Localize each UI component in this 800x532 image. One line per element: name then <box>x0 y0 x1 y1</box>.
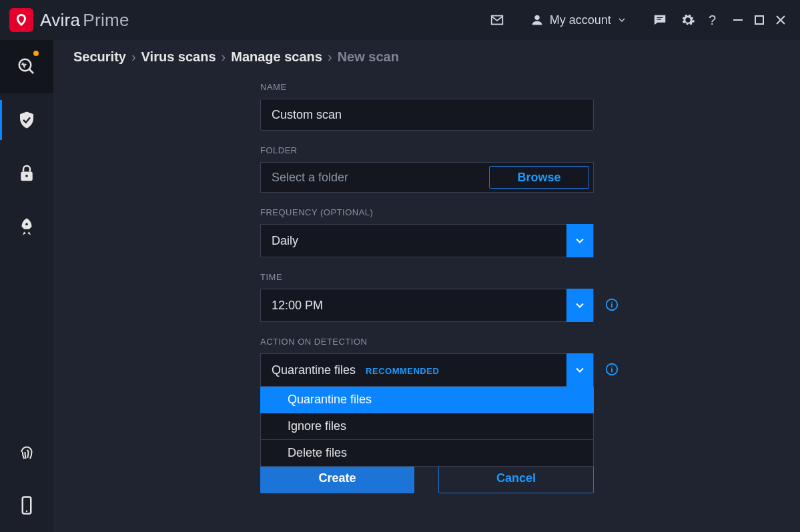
action-option-delete[interactable]: Delete files <box>260 440 594 467</box>
feedback-icon <box>653 13 667 27</box>
breadcrumb-current: New scan <box>338 49 399 65</box>
folder-input-row: Select a folder Browse <box>260 162 594 193</box>
action-select[interactable]: Quarantine files RECOMMENDED <box>260 353 594 387</box>
action-info-button[interactable] <box>605 362 619 377</box>
recommended-tag: RECOMMENDED <box>366 366 439 376</box>
chevron-down-icon <box>573 363 586 377</box>
feedback-button[interactable] <box>646 9 674 31</box>
avira-logo-icon <box>9 8 33 32</box>
browse-button[interactable]: Browse <box>489 166 589 189</box>
rocket-icon <box>17 217 37 237</box>
main-content: Security › Virus scans › Manage scans › … <box>53 40 800 532</box>
action-option-quarantine[interactable]: Quarantine files <box>260 387 594 413</box>
breadcrumb-sep: › <box>222 49 226 65</box>
sidebar-item-status[interactable] <box>0 40 53 93</box>
sidebar-item-privacy[interactable] <box>0 147 53 200</box>
shield-icon <box>17 110 37 130</box>
brand-text: AviraPrime <box>40 10 129 31</box>
breadcrumb: Security › Virus scans › Manage scans › … <box>73 49 783 65</box>
action-option-ignore[interactable]: Ignore files <box>260 413 594 440</box>
action-value: Quarantine files RECOMMENDED <box>261 363 566 377</box>
folder-placeholder: Select a folder <box>261 171 489 185</box>
chevron-down-icon <box>573 234 586 247</box>
fingerprint-icon <box>17 442 37 462</box>
action-label: ACTION ON DETECTION <box>260 337 634 347</box>
svg-point-0 <box>534 15 539 20</box>
settings-button[interactable] <box>674 9 702 31</box>
sidebar <box>0 40 53 532</box>
lock-icon <box>17 163 37 183</box>
svg-rect-1 <box>755 16 763 24</box>
time-label: TIME <box>260 272 634 282</box>
field-frequency: FREQUENCY (OPTIONAL) Daily <box>260 207 634 257</box>
name-input[interactable] <box>272 108 582 122</box>
name-input-wrapper <box>260 99 594 131</box>
time-select[interactable]: 12:00 PM <box>260 289 594 322</box>
mail-button[interactable] <box>483 9 511 31</box>
help-icon: ? <box>709 13 716 28</box>
brand-suffix: Prime <box>83 10 129 30</box>
breadcrumb-sep: › <box>328 49 332 65</box>
time-chevron[interactable] <box>566 289 593 322</box>
sidebar-item-identity[interactable] <box>0 425 53 479</box>
titlebar: AviraPrime My account ? <box>0 0 800 40</box>
minimize-button[interactable] <box>732 14 744 26</box>
gear-icon <box>681 13 695 27</box>
field-time: TIME 12:00 PM <box>260 272 634 322</box>
svg-point-7 <box>26 511 28 513</box>
sidebar-item-mobile[interactable] <box>0 479 53 532</box>
field-name: NAME <box>260 82 634 131</box>
action-value-text: Quarantine files <box>272 363 356 377</box>
field-folder: FOLDER Select a folder Browse <box>260 145 634 193</box>
account-menu[interactable]: My account <box>523 9 634 31</box>
mail-icon <box>490 13 504 27</box>
info-icon <box>605 297 619 312</box>
info-icon <box>605 362 619 377</box>
chevron-down-icon <box>573 299 586 312</box>
frequency-value: Daily <box>261 234 566 248</box>
svg-point-4 <box>25 175 28 177</box>
user-icon <box>530 13 544 27</box>
folder-label: FOLDER <box>260 145 634 155</box>
maximize-button[interactable] <box>753 14 765 26</box>
frequency-select[interactable]: Daily <box>260 224 594 257</box>
chevron-down-icon <box>617 15 627 25</box>
form-buttons: Create Cancel <box>260 463 594 493</box>
breadcrumb-security[interactable]: Security <box>73 49 126 65</box>
help-button[interactable]: ? <box>702 9 723 32</box>
magnifier-pulse-icon <box>17 57 37 77</box>
time-info-button[interactable] <box>605 297 619 312</box>
brand-block: AviraPrime <box>9 8 129 32</box>
field-action: ACTION ON DETECTION Quarantine files REC… <box>260 337 634 387</box>
status-badge-dot <box>33 51 39 56</box>
close-button[interactable] <box>775 14 787 26</box>
frequency-label: FREQUENCY (OPTIONAL) <box>260 207 634 217</box>
create-button[interactable]: Create <box>260 463 414 493</box>
brand-name: Avira <box>40 10 80 30</box>
breadcrumb-virus-scans[interactable]: Virus scans <box>141 49 216 65</box>
account-label: My account <box>550 13 611 27</box>
name-label: NAME <box>260 82 634 92</box>
mobile-icon <box>17 495 37 515</box>
action-dropdown-panel: Quarantine files Ignore files Delete fil… <box>260 387 594 467</box>
breadcrumb-manage-scans[interactable]: Manage scans <box>231 49 322 65</box>
breadcrumb-sep: › <box>131 49 136 65</box>
svg-point-5 <box>25 223 28 225</box>
time-value: 12:00 PM <box>261 299 566 313</box>
cancel-button[interactable]: Cancel <box>438 463 594 493</box>
frequency-chevron[interactable] <box>566 224 593 257</box>
sidebar-item-performance[interactable] <box>0 200 53 253</box>
action-chevron[interactable] <box>566 353 593 387</box>
sidebar-item-security[interactable] <box>0 93 53 147</box>
